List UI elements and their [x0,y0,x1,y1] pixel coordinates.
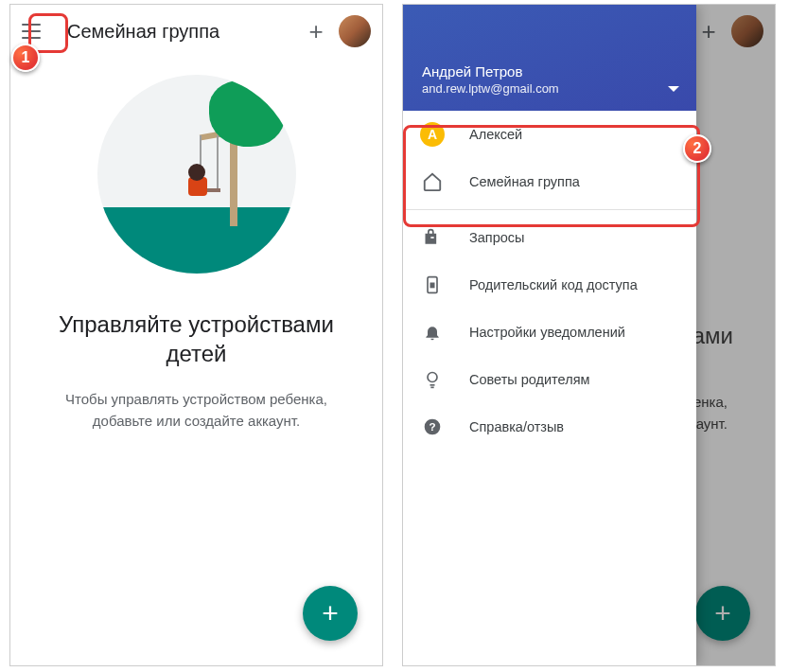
illustration [10,75,382,274]
subline: Чтобы управлять устройством ребенка, доб… [44,389,348,432]
avatar[interactable] [339,15,371,47]
lock-phone-icon [420,273,445,297]
drawer-account-header[interactable]: Андрей Петров and.rew.lptw@gmail.com [403,5,696,111]
drawer-item-requests[interactable]: Запросы [403,214,696,261]
add-button[interactable]: + [297,17,335,46]
divider [403,209,696,210]
svg-point-3 [428,373,437,382]
drawer-item-label: Алексей [469,127,522,142]
lightbulb-icon [420,367,445,392]
svg-rect-2 [430,283,433,287]
drawer-item-child[interactable]: А Алексей [403,111,696,158]
drawer-item-label: Советы родителям [469,372,589,387]
page-title: Семейная группа [67,21,297,43]
drawer-item-label: Запросы [469,230,524,245]
drawer-item-help[interactable]: ? Справка/отзыв [403,403,696,451]
drawer-item-tips[interactable]: Советы родителям [403,356,696,403]
bell-icon [420,320,445,345]
nav-drawer: Андрей Петров and.rew.lptw@gmail.com А А… [403,5,696,665]
fab-add-button[interactable]: + [303,586,358,641]
menu-icon[interactable] [22,18,48,44]
drawer-item-label: Настройки уведомлений [469,325,625,340]
home-icon [420,169,445,194]
drawer-item-label: Семейная группа [469,174,580,189]
drawer-item-family-group[interactable]: Семейная группа [403,158,696,205]
drawer-item-notifications[interactable]: Настройки уведомлений [403,309,696,356]
drawer-item-label: Родительский код доступа [469,277,638,292]
account-name: Андрей Петров [422,63,677,80]
annotation-badge-2: 2 [683,134,711,163]
drawer-item-label: Справка/отзыв [469,419,564,434]
headline: Управляйте устройствами детей [39,309,354,368]
phone-screen-main: Семейная группа + Управляйте устройствам… [9,4,383,666]
chevron-down-icon [668,86,679,92]
child-avatar-icon: А [420,122,445,147]
help-icon: ? [420,415,445,439]
appbar: Семейная группа + [10,5,382,58]
bag-icon [420,225,445,250]
svg-text:?: ? [429,420,435,433]
drawer-item-parent-code[interactable]: Родительский код доступа [403,261,696,309]
account-email: and.rew.lptw@gmail.com [422,81,677,96]
svg-rect-0 [430,237,433,239]
annotation-badge-1: 1 [11,44,40,72]
phone-screen-drawer: + твами ребенка, аунт. + Андрей Петров a… [402,4,776,666]
